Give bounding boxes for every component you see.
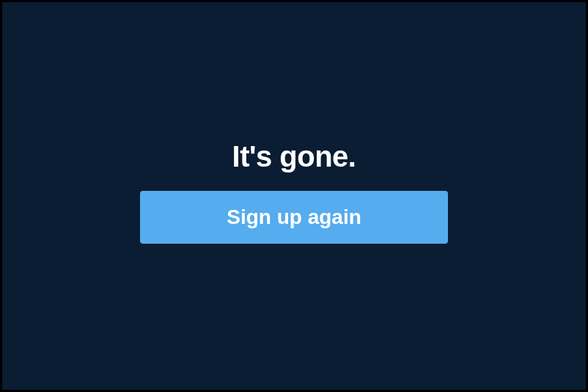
content-group: It's gone. Sign up again (140, 140, 448, 244)
sign-up-again-button[interactable]: Sign up again (140, 191, 448, 244)
main-panel: It's gone. Sign up again (2, 2, 586, 390)
page-title: It's gone. (232, 140, 356, 173)
